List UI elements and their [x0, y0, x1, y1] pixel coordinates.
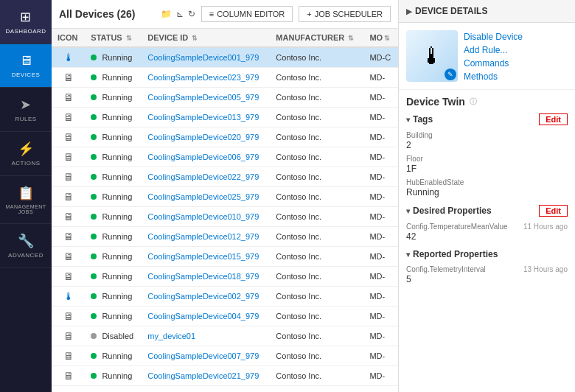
table-row[interactable]: 🖥 Running CoolingSampleDevice023_979 Con… [52, 68, 398, 88]
cell-manufacturer: Contoso Inc. [270, 47, 363, 68]
add-rule-link[interactable]: Add Rule... [464, 45, 523, 55]
cell-device-id: CoolingSampleDevice018_979 [142, 267, 270, 287]
commands-link[interactable]: Commands [464, 58, 523, 69]
table-row[interactable]: 🖥 Running CoolingSampleDevice012_979 Con… [52, 227, 398, 247]
column-editor-button[interactable]: ≡ COLUMN EDITOR [201, 6, 293, 22]
config-telemetry-label: Config.TelemetryInterval [406, 265, 486, 273]
cell-device-id: CoolingSampleDevice023_979 [142, 68, 270, 88]
device-icon: 🖥 [63, 231, 74, 242]
topbar-icons: 📁 ⊾ ↻ [161, 9, 195, 19]
device-avatar: 🌡 ✎ [406, 30, 458, 82]
cell-manufacturer: Contoso Inc. [270, 88, 363, 108]
sidebar-item-dashboard[interactable]: ⊞ DASHBOARD [0, 0, 52, 44]
cell-icon: 🖥 [52, 88, 85, 108]
status-text: Running [102, 292, 132, 301]
cell-model: MD- [363, 147, 398, 167]
sidebar-item-advanced[interactable]: 🔧 ADVANCED [0, 224, 52, 268]
disable-device-link[interactable]: Disable Device [464, 32, 523, 42]
tags-title: ▾ Tags [406, 114, 433, 125]
panel-header: ▶ DEVICE DETAILS [399, 0, 575, 23]
cell-status: Running [85, 267, 142, 287]
cell-device-id: CoolingSampleDevice012_979 [142, 227, 270, 247]
cell-manufacturer: Contoso Inc. [270, 247, 363, 267]
cell-icon: 🖥 [52, 108, 85, 127]
table-row[interactable]: 🖥 Running CoolingSampleDevice020_979 Con… [52, 127, 398, 147]
sidebar-item-devices[interactable]: 🖥 DEVICES [0, 44, 52, 88]
sidebar-item-label: RULES [15, 116, 36, 122]
topbar: All Devices (26) 📁 ⊾ ↻ ≡ COLUMN EDITOR +… [52, 0, 398, 29]
thermometer-icon: 🌡 [63, 52, 74, 63]
sidebar-item-rules[interactable]: ➤ RULES [0, 88, 52, 132]
cell-status: Running [85, 88, 142, 108]
table-row[interactable]: 🌡 Running CoolingSampleDevice002_979 Con… [52, 287, 398, 307]
cell-model: MD- [363, 227, 398, 247]
cell-status: Running [85, 207, 142, 227]
cell-status: Running [85, 68, 142, 88]
cell-model: MD- [363, 247, 398, 267]
device-details-top: 🌡 ✎ Disable Device Add Rule... Commands … [399, 23, 575, 89]
table-row[interactable]: 🖥 Running CoolingSampleDevice025_979 Con… [52, 187, 398, 207]
table-row[interactable]: 🖥 Running CoolingSampleDevice010_979 Con… [52, 207, 398, 227]
topbar-title: All Devices (26) [59, 8, 155, 20]
cell-model: MD- [363, 127, 398, 147]
refresh-icon[interactable]: ↻ [188, 9, 195, 19]
cell-manufacturer: Contoso Inc. [270, 187, 363, 207]
tags-edit-button[interactable]: Edit [539, 113, 568, 125]
table-row[interactable]: 🖥 Running CoolingSampleDevice004_979 Con… [52, 307, 398, 326]
job-scheduler-icon: + [307, 10, 311, 18]
device-twin-section: Device Twin ⓘ ▾ Tags Edit Building 2 Flo… [399, 89, 575, 295]
status-text: Running [102, 212, 132, 221]
device-icon: 🖥 [63, 211, 74, 223]
status-text: Running [102, 73, 132, 82]
device-icon: 🖥 [63, 251, 74, 262]
tags-chevron-icon[interactable]: ▾ [406, 116, 410, 124]
col-manufacturer[interactable]: MANUFACTURER ⇅ [270, 29, 363, 47]
cell-status: Running [85, 247, 142, 267]
status-dot [91, 114, 97, 120]
cell-model: MD- [363, 207, 398, 227]
col-status[interactable]: STATUS ⇅ [85, 29, 142, 47]
col-model[interactable]: MO⇅ [363, 29, 398, 47]
cell-icon: 🖥 [52, 127, 85, 147]
status-dot [91, 293, 97, 299]
cell-model: MD- [363, 108, 398, 127]
status-text: Running [102, 133, 132, 141]
table-row[interactable]: 🖥 Running CoolingSampleDevice006_979 Con… [52, 147, 398, 167]
table-row[interactable]: 🖥 Running CoolingSampleDevice021_979 Con… [52, 366, 398, 386]
info-icon[interactable]: ⓘ [470, 97, 477, 107]
cell-manufacturer: Contoso Inc. [270, 346, 363, 366]
filter-icon: ⊾ [176, 9, 184, 19]
device-icon: 🖥 [63, 370, 74, 382]
sidebar-item-actions[interactable]: ⚡ ACTIONS [0, 132, 52, 176]
table-row[interactable]: 🖥 Running CoolingSampleDevice015_979 Con… [52, 247, 398, 267]
panel-title: DEVICE DETAILS [415, 6, 487, 16]
dashboard-icon: ⊞ [20, 9, 32, 25]
sidebar-item-management-jobs[interactable]: 📋 MANAGEMENT JOBS [0, 176, 52, 224]
cell-model: MD- [363, 326, 398, 346]
table-row[interactable]: 🌡 Running CoolingSampleDevice001_979 Con… [52, 47, 398, 68]
col-device-id[interactable]: DEVICE ID ⇅ [142, 29, 270, 47]
table-row[interactable]: 🖥 Running CoolingSampleDevice018_979 Con… [52, 267, 398, 287]
methods-link[interactable]: Methods [464, 71, 523, 82]
status-dot [91, 214, 97, 220]
right-panel: ▶ DEVICE DETAILS 🌡 ✎ Disable Device Add … [398, 0, 575, 392]
table-row[interactable]: 🖥 Running CoolingSampleDevice005_979 Con… [52, 88, 398, 108]
cell-manufacturer: Contoso Inc. [270, 68, 363, 88]
cell-manufacturer: Contoso Inc. [270, 267, 363, 287]
col-icon: ICON [52, 29, 85, 47]
table-row[interactable]: 🖥 Disabled my_device01 Contoso Inc. MD- [52, 326, 398, 346]
cell-status: Running [85, 47, 142, 68]
table-row[interactable]: 🖥 Running CoolingSampleDevice007_979 Con… [52, 346, 398, 366]
cell-manufacturer: Contoso Inc. [270, 167, 363, 187]
desired-props-edit-button[interactable]: Edit [539, 205, 568, 217]
job-scheduler-button[interactable]: + JOB SCHEDULER [299, 6, 391, 22]
table-row[interactable]: 🖥 Running CoolingSampleDevice013_979 Con… [52, 108, 398, 127]
cell-icon: 🌡 [52, 47, 85, 68]
panel-arrow-icon: ▶ [406, 7, 412, 15]
status-dot [91, 253, 97, 259]
cell-icon: 🖥 [52, 346, 85, 366]
table-row[interactable]: 🖥 Running CoolingSampleDevice022_979 Con… [52, 167, 398, 187]
cell-model: MD- [363, 307, 398, 326]
reported-chevron-icon[interactable]: ▾ [406, 251, 410, 259]
desired-chevron-icon[interactable]: ▾ [406, 207, 410, 215]
